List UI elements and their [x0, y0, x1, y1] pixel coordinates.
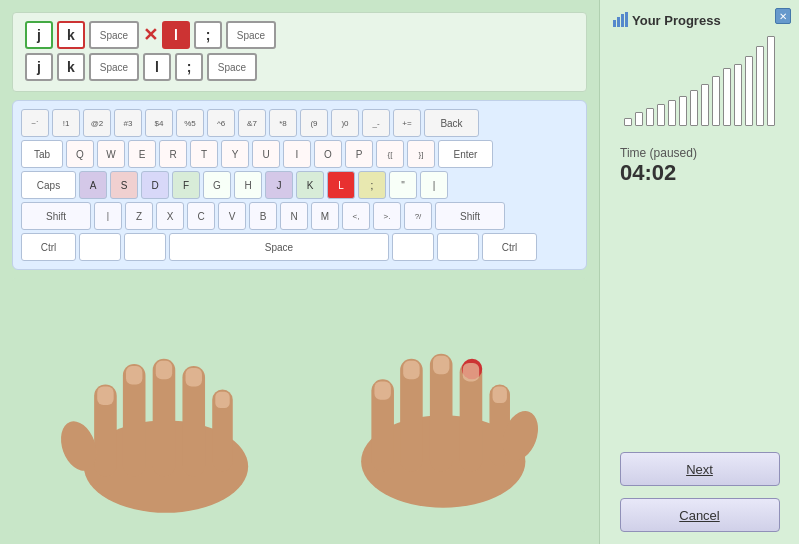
progress-bar: [646, 108, 654, 126]
kb-key-backtick[interactable]: ~`: [21, 109, 49, 137]
kb-key-e[interactable]: E: [128, 140, 156, 168]
svg-rect-21: [403, 361, 419, 379]
target-key-k: k: [57, 21, 85, 49]
kb-key-b[interactable]: B: [249, 202, 277, 230]
kb-key-caps[interactable]: Caps: [21, 171, 76, 199]
target-key-l2: l: [143, 53, 171, 81]
main-area: j k Space ✕ l ; Space j k Space l ; Spac…: [0, 0, 599, 544]
progress-bar: [635, 112, 643, 126]
kb-key-d[interactable]: D: [141, 171, 169, 199]
kb-key-c[interactable]: C: [187, 202, 215, 230]
progress-bar: [723, 68, 731, 126]
kb-key-w[interactable]: W: [97, 140, 125, 168]
kb-key-win-left[interactable]: [79, 233, 121, 261]
kb-key-backslash[interactable]: |: [94, 202, 122, 230]
kb-key-j[interactable]: J: [265, 171, 293, 199]
progress-title: Your Progress: [612, 12, 787, 28]
progress-bar: [745, 56, 753, 126]
progress-bar: [624, 118, 632, 126]
kb-key-ctrl-left[interactable]: Ctrl: [21, 233, 76, 261]
progress-bar: [679, 96, 687, 126]
kb-row-zxcv: Shift | Z X C V B N M <, >. ?/ Shift: [21, 202, 578, 230]
kb-key-l[interactable]: L: [327, 171, 355, 199]
kb-key-f[interactable]: F: [172, 171, 200, 199]
kb-key-tab[interactable]: Tab: [21, 140, 63, 168]
kb-key-9[interactable]: (9: [300, 109, 328, 137]
kb-key-i[interactable]: I: [283, 140, 311, 168]
hands-area: [12, 278, 587, 532]
cancel-button[interactable]: Cancel: [620, 498, 780, 532]
kb-key-y[interactable]: Y: [221, 140, 249, 168]
multiply-symbol: ✕: [143, 24, 158, 46]
kb-key-4[interactable]: $4: [145, 109, 173, 137]
kb-key-7[interactable]: &7: [238, 109, 266, 137]
time-label: Time (paused): [620, 146, 779, 160]
kb-key-shift-left[interactable]: Shift: [21, 202, 91, 230]
kb-key-back[interactable]: Back: [424, 109, 479, 137]
kb-key-3[interactable]: #3: [114, 109, 142, 137]
kb-key-s[interactable]: S: [110, 171, 138, 199]
kb-key-space[interactable]: Space: [169, 233, 389, 261]
kb-key-1[interactable]: !1: [52, 109, 80, 137]
kb-key-slash[interactable]: ?/: [404, 202, 432, 230]
kb-key-win-right[interactable]: [437, 233, 479, 261]
svg-rect-25: [613, 20, 616, 27]
progress-bar: [668, 100, 676, 126]
svg-rect-11: [215, 392, 229, 408]
kb-key-o[interactable]: O: [314, 140, 342, 168]
kb-key-x[interactable]: X: [156, 202, 184, 230]
target-area: j k Space ✕ l ; Space j k Space l ; Spac…: [12, 12, 587, 92]
sidebar: Your Progress Time (paused) 04:02 Next C…: [599, 0, 799, 544]
kb-key-z[interactable]: Z: [125, 202, 153, 230]
kb-key-enter[interactable]: Enter: [438, 140, 493, 168]
svg-rect-28: [625, 12, 628, 27]
kb-key-comma[interactable]: <,: [342, 202, 370, 230]
kb-key-u[interactable]: U: [252, 140, 280, 168]
kb-key-p[interactable]: P: [345, 140, 373, 168]
progress-bar: [690, 90, 698, 126]
kb-key-semicolon[interactable]: ;: [358, 171, 386, 199]
next-button[interactable]: Next: [620, 452, 780, 486]
kb-key-r[interactable]: R: [159, 140, 187, 168]
kb-key-quote[interactable]: ": [389, 171, 417, 199]
hands-illustration: [12, 278, 587, 532]
time-section: Time (paused) 04:02: [612, 142, 787, 190]
kb-key-minus[interactable]: _-: [362, 109, 390, 137]
target-key-space2: Space: [226, 21, 276, 49]
chart-icon: [612, 12, 628, 28]
keyboard: ~` !1 @2 #3 $4 %5 ^6 &7 *8 (9 )0 _- += B…: [12, 100, 587, 270]
svg-rect-9: [156, 361, 172, 379]
target-key-space1: Space: [89, 21, 139, 49]
kb-row-qwerty: Tab Q W E R T Y U I O P {[ }] Enter: [21, 140, 578, 168]
kb-key-t[interactable]: T: [190, 140, 218, 168]
target-row-1: j k Space ✕ l ; Space: [25, 21, 574, 49]
kb-key-pipe[interactable]: |: [420, 171, 448, 199]
kb-key-h[interactable]: H: [234, 171, 262, 199]
kb-key-alt-left[interactable]: [124, 233, 166, 261]
kb-key-n[interactable]: N: [280, 202, 308, 230]
kb-key-5[interactable]: %5: [176, 109, 204, 137]
close-button[interactable]: ✕: [775, 8, 791, 24]
target-key-space4: Space: [207, 53, 257, 81]
kb-key-ctrl-right[interactable]: Ctrl: [482, 233, 537, 261]
kb-key-shift-right[interactable]: Shift: [435, 202, 505, 230]
svg-rect-7: [97, 387, 113, 405]
kb-key-lbracket[interactable]: {[: [376, 140, 404, 168]
svg-rect-22: [433, 356, 449, 374]
kb-key-equal[interactable]: +=: [393, 109, 421, 137]
kb-key-a[interactable]: A: [79, 171, 107, 199]
kb-key-0[interactable]: )0: [331, 109, 359, 137]
kb-key-period[interactable]: >.: [373, 202, 401, 230]
kb-key-g[interactable]: G: [203, 171, 231, 199]
target-key-semi2: ;: [175, 53, 203, 81]
svg-rect-23: [463, 363, 479, 381]
kb-key-q[interactable]: Q: [66, 140, 94, 168]
kb-key-v[interactable]: V: [218, 202, 246, 230]
kb-key-6[interactable]: ^6: [207, 109, 235, 137]
kb-key-k[interactable]: K: [296, 171, 324, 199]
kb-key-2[interactable]: @2: [83, 109, 111, 137]
kb-key-alt-right[interactable]: [392, 233, 434, 261]
kb-key-rbracket[interactable]: }]: [407, 140, 435, 168]
kb-key-8[interactable]: *8: [269, 109, 297, 137]
kb-key-m[interactable]: M: [311, 202, 339, 230]
